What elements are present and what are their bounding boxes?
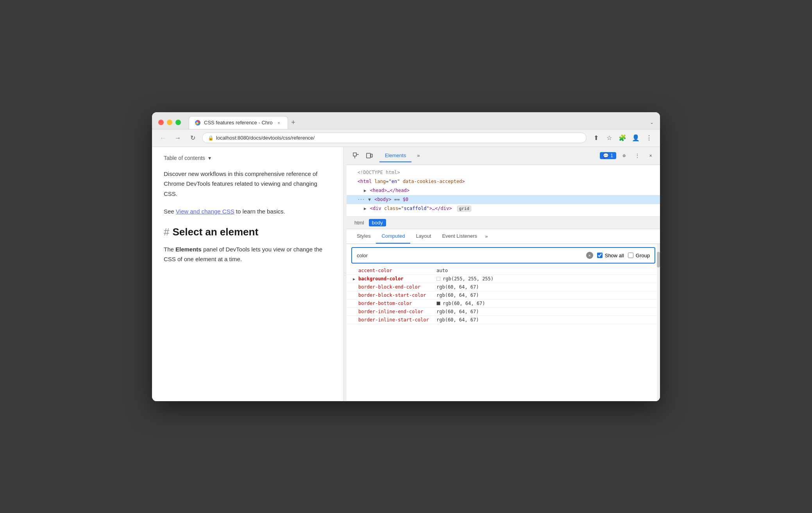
dom-line-head[interactable]: ▶ <head>…</head> xyxy=(347,186,660,195)
dom-line-body[interactable]: ··· ▼ <body> == $0 xyxy=(347,195,660,204)
minimize-button[interactable] xyxy=(167,120,172,125)
prop-value: rgb(255, 255, 255) xyxy=(436,276,494,282)
group-group: Group xyxy=(628,253,650,258)
doctype-text: <!DOCTYPE html> xyxy=(358,170,400,175)
show-all-label: Show all xyxy=(605,253,624,258)
settings-button[interactable]: ⚙ xyxy=(619,150,630,161)
filter-row: × Show all Group xyxy=(351,247,655,264)
element-picker-icon xyxy=(352,152,359,159)
breadcrumb-body[interactable]: body xyxy=(369,219,386,226)
nav-actions: ⬆ ☆ 🧩 👤 ⋮ xyxy=(590,133,655,143)
tab-close-icon[interactable]: × xyxy=(276,120,282,126)
devtools-toolbar-right: 💬 1 ⚙ ⋮ × xyxy=(600,150,656,161)
show-all-group: Show all xyxy=(597,253,624,258)
inspector-tool-button[interactable] xyxy=(351,150,361,161)
breadcrumb-bar: html body xyxy=(347,217,660,229)
scrollbar-thumb[interactable] xyxy=(657,252,660,267)
prop-row-border-block-start-color[interactable]: border-block-start-color rgb(60, 64, 67) xyxy=(347,291,660,300)
close-devtools-button[interactable]: × xyxy=(645,150,656,161)
prop-value: rgb(60, 64, 67) xyxy=(436,309,479,314)
tabs-row: CSS features reference - Chro × + xyxy=(189,116,646,129)
filter-clear-button[interactable]: × xyxy=(586,252,593,259)
back-button[interactable]: ← xyxy=(157,133,168,143)
prop-value: auto xyxy=(436,268,448,273)
browser-tab-active[interactable]: CSS features reference - Chro × xyxy=(189,116,288,129)
chevron-down-icon[interactable]: ⌄ xyxy=(650,120,654,125)
more-panels-button[interactable]: » xyxy=(411,149,425,162)
hash-symbol: # xyxy=(164,226,169,238)
dom-line-html[interactable]: <html lang="en" data-cookies-accepted> xyxy=(347,177,660,186)
device-toggle-icon xyxy=(366,152,373,159)
group-label: Group xyxy=(636,253,650,258)
console-badge[interactable]: 💬 1 xyxy=(600,152,616,159)
title-bar: CSS features reference - Chro × + ⌄ xyxy=(152,112,660,129)
prop-value: rgb(60, 64, 67) xyxy=(436,301,485,306)
prop-row-border-block-end-color[interactable]: border-block-end-color rgb(60, 64, 67) xyxy=(347,283,660,291)
resize-handle[interactable]: ⋮ xyxy=(343,147,347,401)
share-button[interactable]: ⬆ xyxy=(590,133,601,143)
bookmark-button[interactable]: ☆ xyxy=(604,133,615,143)
group-checkbox[interactable] xyxy=(628,253,633,258)
computed-tab[interactable]: Computed xyxy=(376,229,410,244)
device-toolbar-button[interactable] xyxy=(364,150,375,161)
styles-tab-strip: Styles Computed Layout Event Listeners » xyxy=(347,229,660,244)
extensions-button[interactable]: 🧩 xyxy=(617,133,628,143)
new-tab-button[interactable]: + xyxy=(288,117,299,128)
toc-header: Table of contents ▾ xyxy=(164,155,331,161)
more-button[interactable]: ⋮ xyxy=(644,133,655,143)
prop-name: accent-color xyxy=(358,268,436,273)
profile-button[interactable]: 👤 xyxy=(630,133,641,143)
see-paragraph: See View and change CSS to learn the bas… xyxy=(164,206,331,217)
maximize-button[interactable] xyxy=(175,120,181,125)
prop-name: background-color xyxy=(358,276,436,282)
traffic-lights xyxy=(158,120,181,125)
view-css-link[interactable]: View and change CSS xyxy=(176,208,234,215)
section-title-text: Select an element xyxy=(172,226,258,238)
expand-triangle-icon[interactable]: ▶ xyxy=(353,277,358,281)
more-styles-tabs[interactable]: » xyxy=(483,230,490,243)
prop-value: rgb(60, 64, 67) xyxy=(436,292,479,298)
close-button[interactable] xyxy=(158,120,164,125)
color-swatch-icon[interactable] xyxy=(436,301,440,305)
main-area: Table of contents ▾ Discover new workflo… xyxy=(152,147,660,401)
lock-icon: 🔒 xyxy=(208,135,214,141)
svg-rect-6 xyxy=(371,154,372,157)
devtools-toolbar: Elements » 💬 1 ⚙ ⋮ × xyxy=(347,147,660,165)
grid-badge[interactable]: grid xyxy=(457,206,472,212)
intro-paragraph: Discover new workflows in this comprehen… xyxy=(164,169,331,199)
console-icon: 💬 xyxy=(603,153,609,158)
prop-row-border-inline-start-color[interactable]: border-inline-start-color rgb(60, 64, 67… xyxy=(347,316,660,324)
reload-button[interactable]: ↻ xyxy=(187,133,198,143)
address-bar[interactable]: 🔒 localhost:8080/docs/devtools/css/refer… xyxy=(202,133,587,143)
layout-tab[interactable]: Layout xyxy=(410,229,436,244)
prop-row-accent-color[interactable]: accent-color auto xyxy=(347,267,660,275)
nav-bar: ← → ↻ 🔒 localhost:8080/docs/devtools/css… xyxy=(152,129,660,147)
prop-row-border-bottom-color[interactable]: border-bottom-color rgb(60, 64, 67) xyxy=(347,300,660,308)
dom-line-doctype[interactable]: <!DOCTYPE html> xyxy=(347,168,660,177)
svg-rect-2 xyxy=(353,153,356,156)
forward-button[interactable]: → xyxy=(172,133,183,143)
elements-paragraph: The Elements panel of DevTools lets you … xyxy=(164,244,331,264)
tab-title: CSS features reference - Chro xyxy=(204,120,273,126)
color-swatch-icon[interactable] xyxy=(436,277,440,281)
filter-input[interactable] xyxy=(357,253,582,258)
dom-line-scaffold[interactable]: ▶ <div class="scaffold">…</div> grid xyxy=(347,204,660,213)
styles-tab[interactable]: Styles xyxy=(351,229,376,244)
prop-value: rgb(60, 64, 67) xyxy=(436,284,479,290)
badge-count: 1 xyxy=(610,153,613,158)
breadcrumb-html[interactable]: html xyxy=(351,219,367,226)
prop-row-border-inline-end-color[interactable]: border-inline-end-color rgb(60, 64, 67) xyxy=(347,308,660,316)
section-heading: # Select an element xyxy=(164,226,331,238)
browser-window: CSS features reference - Chro × + ⌄ ← → … xyxy=(152,112,660,401)
devtools-scrollbar[interactable] xyxy=(657,244,660,401)
event-listeners-tab[interactable]: Event Listeners xyxy=(436,229,483,244)
show-all-checkbox[interactable] xyxy=(597,253,603,258)
page-content: Table of contents ▾ Discover new workflo… xyxy=(152,147,343,401)
customize-button[interactable]: ⋮ xyxy=(632,150,643,161)
prop-row-background-color[interactable]: ▶ background-color rgb(255, 255, 255) xyxy=(347,275,660,283)
elements-tab[interactable]: Elements xyxy=(379,149,411,162)
prop-name: border-bottom-color xyxy=(358,301,436,306)
svg-rect-5 xyxy=(367,153,370,158)
ellipsis-icon: ··· xyxy=(358,197,365,202)
prop-name: border-inline-end-color xyxy=(358,309,436,314)
